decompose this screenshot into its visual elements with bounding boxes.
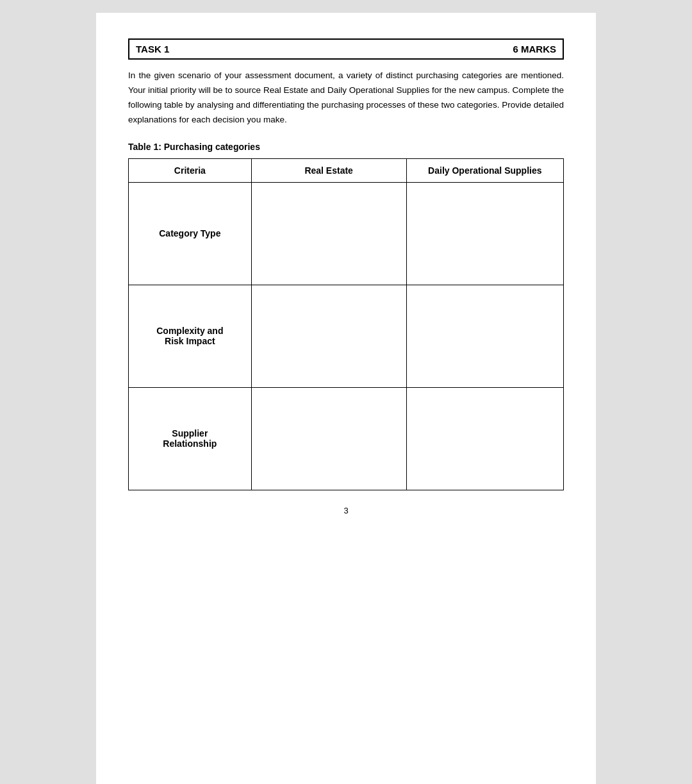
criteria-complexity-risk: Complexity and Risk Impact	[129, 285, 252, 387]
table-row: Category Type	[129, 182, 564, 285]
purchasing-table: Criteria Real Estate Daily Operational S…	[128, 158, 564, 490]
page: TASK 1 6 MARKS In the given scenario of …	[96, 13, 596, 784]
table-title: Table 1: Purchasing categories	[128, 142, 564, 152]
task-title: TASK 1	[136, 44, 169, 54]
table-row: Supplier Relationship	[129, 387, 564, 490]
table-row: Complexity and Risk Impact	[129, 285, 564, 387]
page-number: 3	[128, 506, 564, 515]
criteria-category-type: Category Type	[129, 182, 252, 285]
cell-complexity-daily-supplies	[406, 285, 563, 387]
task-description: In the given scenario of your assessment…	[128, 69, 564, 128]
criteria-supplier-relationship: Supplier Relationship	[129, 387, 252, 490]
table-header-row: Criteria Real Estate Daily Operational S…	[129, 158, 564, 182]
header-real-estate: Real Estate	[251, 158, 406, 182]
cell-category-real-estate	[251, 182, 406, 285]
cell-supplier-daily-supplies	[406, 387, 563, 490]
cell-complexity-real-estate	[251, 285, 406, 387]
task-header: TASK 1 6 MARKS	[128, 38, 564, 60]
cell-category-daily-supplies	[406, 182, 563, 285]
cell-supplier-real-estate	[251, 387, 406, 490]
task-marks: 6 MARKS	[513, 44, 556, 54]
header-criteria: Criteria	[129, 158, 252, 182]
header-daily-supplies: Daily Operational Supplies	[406, 158, 563, 182]
